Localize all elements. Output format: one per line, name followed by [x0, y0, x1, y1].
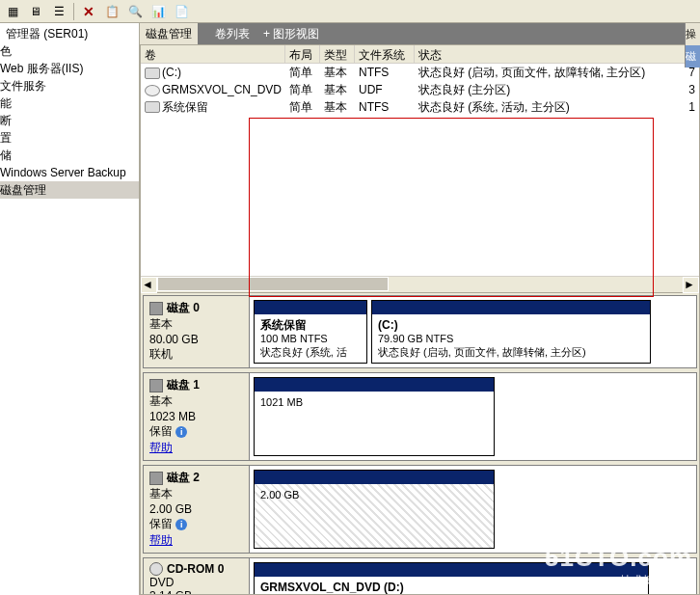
disk-icon	[149, 302, 163, 315]
volume-list: 卷 布局 类型 文件系统 状态 (C:)简单基本NTFS状态良好 (启动, 页面…	[140, 44, 700, 293]
scroll-thumb[interactable]	[157, 277, 389, 291]
help-link[interactable]: 帮助	[149, 533, 173, 547]
title-main: 磁盘管理	[140, 23, 198, 44]
disk-partitions: 系统保留100 MB NTFS状态良好 (系统, 活(C:)79.90 GB N…	[250, 296, 696, 367]
info-icon: i	[175, 426, 187, 438]
tree-item[interactable]: 能	[0, 95, 139, 112]
col-layout[interactable]: 布局	[285, 45, 320, 63]
tb-calendar-icon[interactable]: 📋	[101, 1, 122, 22]
disk-label: 磁盘 2基本2.00 GB保留 i帮助	[144, 466, 250, 553]
volume-row[interactable]: GRMSXVOL_CN_DVD (D:)简单基本UDF状态良好 (主分区)3	[141, 81, 699, 98]
disk-row[interactable]: CD-ROM 0DVD3.14 GBGRMSXVOL_CN_DVD (D:)3.…	[143, 557, 697, 595]
tb-preview-icon[interactable]: 📄	[171, 1, 192, 22]
disk-row[interactable]: 磁盘 1基本1023 MB保留 i帮助1021 MB	[143, 372, 697, 461]
tree-item[interactable]: 置	[0, 129, 139, 147]
tb-grid-icon[interactable]: ▦	[2, 1, 23, 22]
disk-row[interactable]: 磁盘 0基本80.00 GB联机系统保留100 MB NTFS状态良好 (系统,…	[143, 295, 697, 368]
partition[interactable]: 2.00 GB	[254, 470, 495, 549]
toolbar-separator	[73, 3, 74, 20]
tb-server-icon[interactable]: 🖥	[25, 1, 46, 22]
action-sub[interactable]: 磁	[685, 45, 700, 68]
partition-header	[372, 301, 650, 314]
disk-label: CD-ROM 0DVD3.14 GB	[144, 558, 250, 595]
tree-root[interactable]: 管理器 (SER01)	[0, 25, 139, 42]
partition-header	[255, 563, 648, 577]
col-filesystem[interactable]: 文件系统	[355, 45, 415, 63]
tb-wizard-icon[interactable]: 📊	[148, 1, 169, 22]
drive-icon	[145, 68, 160, 79]
partition[interactable]: 1021 MB	[254, 377, 495, 456]
tb-refresh-icon[interactable]: 🔍	[124, 1, 146, 22]
col-status[interactable]: 状态	[415, 45, 699, 63]
disk-partitions: GRMSXVOL_CN_DVD (D:)3.14 GB UDF	[250, 558, 696, 595]
scroll-left-arrow[interactable]: ◄	[141, 277, 157, 293]
partition-header	[255, 471, 494, 484]
partition[interactable]: (C:)79.90 GB NTFS状态良好 (启动, 页面文件, 故障转储, 主…	[371, 300, 651, 364]
disk-label: 磁盘 0基本80.00 GB联机	[144, 296, 250, 367]
title-sub2: + 图形视图	[263, 26, 319, 42]
tree-item[interactable]: 储	[0, 147, 139, 164]
help-link[interactable]: 帮助	[149, 441, 173, 454]
scroll-right-arrow[interactable]: ►	[683, 277, 699, 293]
tb-tree-icon[interactable]: ☰	[48, 1, 69, 22]
col-type[interactable]: 类型	[320, 45, 355, 63]
scrollbar-horizontal[interactable]: ◄ ►	[141, 276, 699, 292]
disk-label: 磁盘 1基本1023 MB保留 i帮助	[144, 373, 250, 460]
partition-header	[255, 378, 494, 392]
dvd-icon	[145, 85, 160, 96]
partition[interactable]: 系统保留100 MB NTFS状态良好 (系统, 活	[254, 300, 367, 364]
disk-graph-view: 磁盘 0基本80.00 GB联机系统保留100 MB NTFS状态良好 (系统,…	[140, 293, 700, 595]
disk-row[interactable]: 磁盘 2基本2.00 GB保留 i帮助2.00 GB	[143, 465, 697, 554]
tree-item[interactable]: 色	[0, 42, 139, 60]
tb-close-icon[interactable]: ✕	[78, 1, 99, 22]
disk-partitions: 2.00 GB	[250, 466, 696, 553]
drive-icon	[145, 101, 160, 113]
col-volume[interactable]: 卷	[141, 45, 285, 63]
nav-tree[interactable]: 管理器 (SER01) 色Web 服务器(IIS)文件服务能断置储Windows…	[0, 23, 140, 595]
volume-row[interactable]: (C:)简单基本NTFS状态良好 (启动, 页面文件, 故障转储, 主分区)7	[141, 64, 699, 81]
volume-row[interactable]: 系统保留简单基本NTFS状态良好 (系统, 活动, 主分区)1	[141, 98, 699, 116]
volume-header: 卷 布局 类型 文件系统 状态	[141, 45, 699, 64]
action-tab[interactable]: 操	[685, 23, 700, 45]
tree-item[interactable]: 磁盘管理	[0, 181, 139, 199]
disk-icon	[149, 472, 163, 485]
tree-item[interactable]: 文件服务	[0, 77, 139, 95]
tree-item[interactable]: 断	[0, 112, 139, 129]
title-sub1: 卷列表	[215, 26, 250, 42]
disk-icon	[149, 379, 163, 392]
tree-item[interactable]: Windows Server Backup	[0, 164, 139, 181]
cdrom-icon	[149, 562, 163, 576]
toolbar: ▦ 🖥 ☰ ✕ 📋 🔍 📊 📄	[0, 0, 700, 23]
partition-header	[255, 301, 366, 314]
tree-item[interactable]: Web 服务器(IIS)	[0, 60, 139, 77]
info-icon: i	[175, 519, 187, 530]
partition[interactable]: GRMSXVOL_CN_DVD (D:)3.14 GB UDF	[254, 562, 649, 595]
disk-partitions: 1021 MB	[250, 373, 696, 460]
title-bar: 磁盘管理 卷列表 + 图形视图	[140, 23, 700, 44]
